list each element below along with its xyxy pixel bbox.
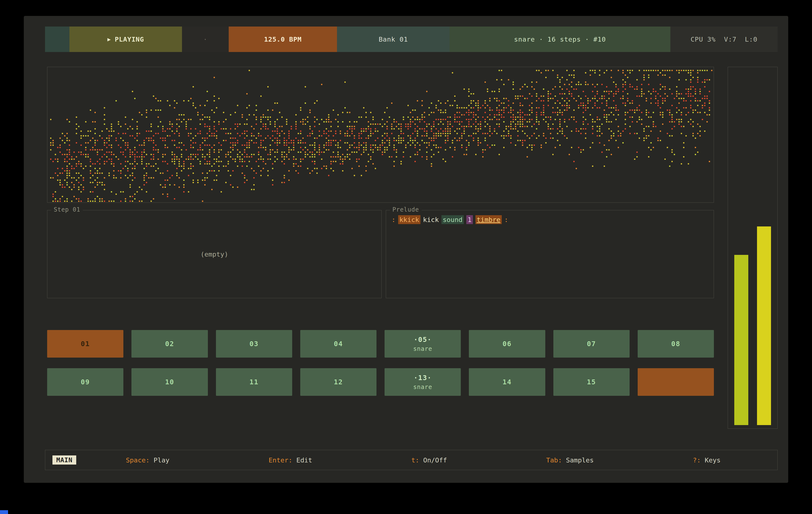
pad-label: 11 <box>250 378 259 386</box>
screen: ▶ PLAYING · 125.0 BPM Bank 01 snare · 16… <box>0 0 812 514</box>
pad-label: 02 <box>165 340 174 348</box>
step-pad-15[interactable]: 15 <box>553 368 630 396</box>
prelude-code-line[interactable]: :kkickkicksound1timbre: <box>392 216 511 223</box>
hint-item: t: On/Off <box>411 456 447 464</box>
mode-badge: MAIN <box>53 455 76 464</box>
bpm-display: 125.0 BPM <box>229 27 337 52</box>
code-token: kkick <box>398 215 420 224</box>
step-panel-title: Step 01 <box>51 206 83 213</box>
code-token: : <box>392 215 396 224</box>
pad-label: 08 <box>671 340 680 348</box>
step-pad-grid: 01020304·05·snare06070809101112·13·snare… <box>47 330 714 396</box>
step-pad-14[interactable]: 14 <box>469 368 545 396</box>
status-segment-blank <box>45 27 69 52</box>
step-pad-08[interactable]: 08 <box>638 330 714 358</box>
pad-sample-label: snare <box>413 345 432 352</box>
step-pad-10[interactable]: 10 <box>132 368 208 396</box>
pad-label: 15 <box>587 378 596 386</box>
code-token: 1 <box>466 215 473 224</box>
bank-display: Bank 01 <box>337 27 450 52</box>
system-stats-display: CPU 3% V:7 L:0 <box>670 27 778 52</box>
pad-label: 03 <box>250 340 259 348</box>
step-pad-05[interactable]: ·05·snare <box>384 330 461 358</box>
step-detail-panel: Step 01 (empty) <box>47 210 382 298</box>
pattern-visualizer-canvas <box>48 67 714 203</box>
step-pad-09[interactable]: 09 <box>47 368 123 396</box>
status-separator: · <box>182 27 229 52</box>
pattern-info-display: snare · 16 steps · #10 <box>450 27 670 52</box>
meter-bar-right <box>757 226 771 425</box>
pad-label: 01 <box>81 340 90 348</box>
step-pad-12[interactable]: 12 <box>300 368 376 396</box>
top-status-bar: ▶ PLAYING · 125.0 BPM Bank 01 snare · 16… <box>45 27 778 52</box>
pad-label: 09 <box>81 378 90 386</box>
pad-label: 12 <box>334 378 343 386</box>
step-pad-02[interactable]: 02 <box>132 330 208 358</box>
step-pad-11[interactable]: 11 <box>216 368 292 396</box>
pad-label: ·13· <box>414 374 432 382</box>
level-meter-bars <box>734 70 771 425</box>
prelude-panel: Prelude :kkickkicksound1timbre: <box>386 210 714 298</box>
code-token: kick <box>423 215 439 224</box>
pad-label: 06 <box>503 340 512 348</box>
pad-label: 07 <box>587 340 596 348</box>
code-token: sound <box>441 215 464 224</box>
step-pad-16[interactable] <box>638 368 714 396</box>
pattern-visualizer-panel <box>47 67 714 203</box>
transport-status: ▶ PLAYING <box>69 27 182 52</box>
pad-label: 04 <box>334 340 343 348</box>
step-pad-04[interactable]: 04 <box>300 330 376 358</box>
hint-item: Tab: Samples <box>546 456 594 464</box>
step-pad-13[interactable]: ·13·snare <box>384 368 461 396</box>
meter-bar-left <box>734 255 748 425</box>
hint-item: Space: Play <box>126 456 170 464</box>
level-meter-panel <box>728 67 778 429</box>
app-window: ▶ PLAYING · 125.0 BPM Bank 01 snare · 16… <box>24 16 788 483</box>
pad-sample-label: snare <box>413 384 432 391</box>
hint-items: Space: PlayEnter: Editt: On/OffTab: Samp… <box>76 456 770 464</box>
pad-label: 10 <box>165 378 174 386</box>
code-token: : <box>504 215 509 224</box>
step-pad-03[interactable]: 03 <box>216 330 292 358</box>
screen-corner-artifact <box>0 510 8 514</box>
hint-bar: MAIN Space: PlayEnter: Editt: On/OffTab:… <box>45 450 778 470</box>
transport-label: PLAYING <box>115 35 144 43</box>
prelude-panel-title: Prelude <box>390 206 422 213</box>
step-empty-text: (empty) <box>200 250 228 258</box>
play-icon: ▶ <box>108 36 111 42</box>
hint-item: ?: Keys <box>693 456 721 464</box>
step-pad-01[interactable]: 01 <box>47 330 123 358</box>
code-token: timbre <box>475 215 502 224</box>
pad-label: 14 <box>503 378 512 386</box>
step-pad-06[interactable]: 06 <box>469 330 545 358</box>
step-pad-07[interactable]: 07 <box>553 330 630 358</box>
pad-label: ·05· <box>414 335 432 343</box>
hint-item: Enter: Edit <box>269 456 312 464</box>
